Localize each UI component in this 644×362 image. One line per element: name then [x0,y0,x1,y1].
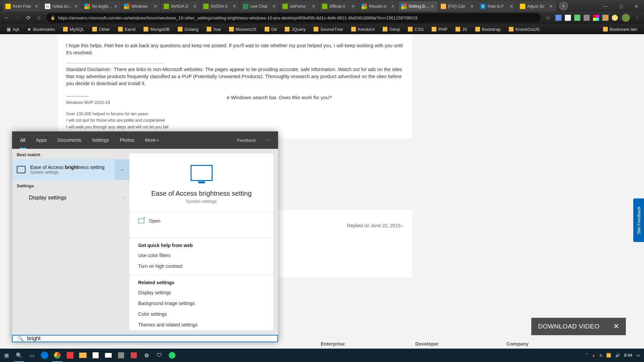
taskbar-app[interactable] [76,349,89,362]
close-icon[interactable]: ✕ [351,4,356,9]
browser-tab[interactable]: NVIDIA D✕ [161,1,200,11]
browser-tab[interactable]: No bright…✕ [82,1,121,11]
bookmark-item[interactable]: MongoDB [140,27,173,32]
reply-date[interactable]: Replied on June 22, 2019 [347,223,403,228]
browser-tab[interactable]: Gnvidia bri…✕ [42,1,81,11]
search-scope-tab[interactable]: More [140,131,164,149]
profile-avatar[interactable] [622,14,630,22]
bookmark-item[interactable]: JQuery [281,27,309,32]
open-action[interactable]: Open [129,212,273,230]
new-tab-button[interactable]: + [559,1,568,11]
ext-icon[interactable] [602,15,608,21]
clock[interactable]: 8:44 [624,353,632,358]
search-more-icon[interactable]: ⋯ [261,137,275,143]
tray-icon[interactable]: ⎋ [600,353,602,358]
browser-tab[interactable]: GeForce✕ [280,1,319,11]
close-icon[interactable]: ✕ [470,4,474,9]
search-scope-tab[interactable]: All [15,131,31,149]
related-link[interactable]: Themes and related settings [129,319,273,330]
open-arrow[interactable]: → [115,159,129,180]
bookmark-item[interactable]: Vue [203,27,224,32]
wifi-icon[interactable]: 📶 [606,353,611,358]
taskbar-app[interactable] [127,349,140,362]
browser-tab[interactable]: NVIDIA S✕ [201,1,239,11]
bookmark-item[interactable]: Other [89,27,113,32]
taskbar-settings[interactable]: ⚙ [140,349,153,362]
ext-icon[interactable] [593,15,599,21]
search-scope-tab[interactable]: Documents [52,131,87,149]
bookmark-other[interactable]: Bookmark lain [600,27,641,32]
close-icon[interactable]: ✕ [74,4,78,9]
related-link[interactable]: Background image settings [129,298,273,309]
url-bar[interactable]: 🔒 https://answers.microsoft.com/en-us/wi… [46,13,541,22]
taskbar-app[interactable] [89,349,102,362]
taskbar-app[interactable] [102,349,115,362]
taskbar-app[interactable] [38,349,51,362]
tray-icon[interactable]: ▲ [592,353,596,358]
result-ease-of-access-brightness[interactable]: Ease of Access brightness setting System… [12,159,129,180]
star-icon[interactable]: ☆ [545,14,551,21]
bookmark-item[interactable]: MySQL [60,27,88,32]
bookmark-item[interactable]: KnockOutJS [505,27,543,32]
close-icon[interactable]: ✕ [113,4,118,9]
ext-icon[interactable] [612,15,618,21]
browser-tab[interactable]: Results in✕ [359,1,398,11]
site-feedback-tab[interactable]: Site Feedback [633,198,644,242]
close-icon[interactable]: ✕ [430,4,435,9]
bookmark-item[interactable]: Bootstrap [472,27,504,32]
minimize-button[interactable]: — [598,1,613,11]
bookmark-item[interactable]: Gimp [379,27,403,32]
help-link[interactable]: Use color filters [129,250,273,261]
taskbar-app[interactable] [166,349,178,362]
volume-icon[interactable]: 🔊 [615,353,620,358]
reload-button[interactable]: ⟳ [25,14,32,21]
ext-icon[interactable] [555,15,561,21]
notifications-icon[interactable]: ▭ [636,353,640,358]
ext-icon[interactable] [574,15,580,21]
task-view-button[interactable]: ▭ [25,349,38,362]
download-video-label[interactable]: DOWNLOAD VIDEO [538,323,599,330]
close-icon[interactable]: ✕ [272,4,276,9]
help-link[interactable]: Turn on high contrast [129,261,273,272]
footer-col[interactable]: Developer [415,341,439,347]
ext-icon[interactable] [584,15,590,21]
taskbar-app[interactable] [115,349,127,362]
taskbar-app[interactable] [51,349,64,362]
bookmark-item[interactable]: JS [452,27,471,32]
browser-tab[interactable]: [FIX] Can✕ [438,1,477,11]
close-icon[interactable]: ✕ [193,4,197,9]
browser-tab[interactable]: Setting B…✕ [398,1,437,11]
taskbar-app[interactable] [64,349,76,362]
browser-tab[interactable]: Adjust Sc✕ [517,1,556,11]
browser-tab[interactable]: Official 4✕ [319,1,358,11]
search-scope-tab[interactable]: Settings [87,131,114,149]
close-icon[interactable]: ✕ [34,4,39,9]
bookmark-item[interactable]: MomentJS [226,27,260,32]
search-input[interactable] [27,336,273,342]
related-link[interactable]: Color settings [129,309,273,319]
browser-tab[interactable]: Live Chat✕ [240,1,279,11]
bookmark-item[interactable]: Git [261,27,280,32]
bookmark-item[interactable]: CSS [405,27,427,32]
maximize-button[interactable]: ▢ [613,1,629,11]
browser-tab[interactable]: Kirim Foto✕ [3,1,42,11]
bookmark-item[interactable]: PHP [428,27,451,32]
taskbar-search-button[interactable]: 🔍 [13,349,25,362]
footer-col[interactable]: Company [506,341,529,347]
home-button[interactable]: ⌂ [36,14,42,21]
bookmark-item[interactable]: SourceTree [310,27,346,32]
close-icon[interactable]: ✕ [549,4,553,9]
browser-tab[interactable]: Windows✕ [121,1,160,11]
close-icon[interactable]: ✕ [509,4,514,9]
close-icon[interactable]: ✕ [613,322,620,331]
search-scope-tab[interactable]: Photos [114,131,140,149]
menu-button[interactable]: ⋮ [634,14,641,21]
ext-icon[interactable] [565,15,571,21]
forward-button[interactable]: → [14,14,21,21]
tray-chevron-icon[interactable]: ˄ [586,353,588,358]
start-button[interactable]: ⊞ [0,349,13,362]
footer-col[interactable]: Enterprise [321,341,345,347]
browser-tab[interactable]: BHow to F✕ [478,1,517,11]
bookmark-item[interactable]: Golang [174,27,202,32]
apps-button[interactable]: ▦Apl [3,27,22,32]
